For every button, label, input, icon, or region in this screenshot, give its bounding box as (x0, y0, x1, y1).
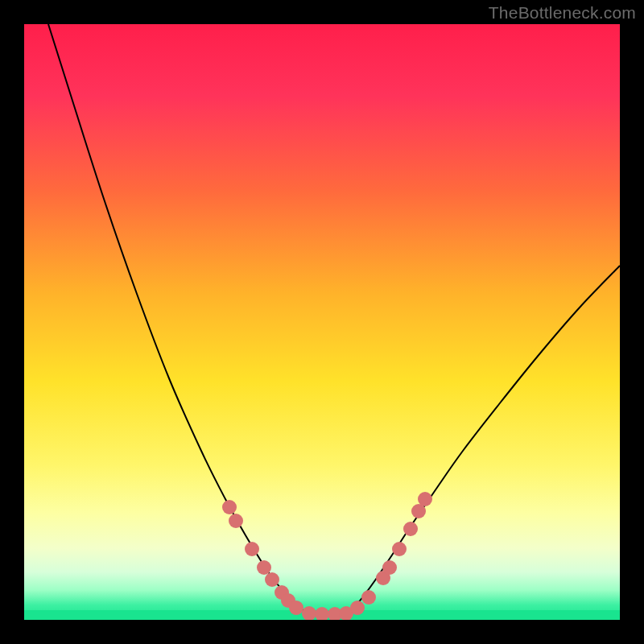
curve-marker (418, 492, 432, 506)
curve-marker (315, 607, 329, 620)
watermark-text: TheBottleneck.com (489, 3, 636, 23)
curve-marker (257, 560, 271, 575)
curve-marker (229, 514, 243, 528)
chart-stage: TheBottleneck.com (0, 0, 644, 644)
curve-marker (265, 572, 279, 587)
curve-marker (245, 542, 259, 556)
plot-area (24, 24, 620, 620)
curve-markers (222, 492, 432, 620)
curve-marker (289, 601, 303, 615)
curve-marker (222, 500, 237, 514)
curve-marker (361, 590, 376, 605)
curve-marker (302, 606, 316, 620)
curve-marker (403, 522, 418, 536)
curve-marker (392, 542, 407, 556)
bottleneck-curve (48, 24, 620, 613)
curve-marker (350, 601, 365, 615)
curve-layer (24, 24, 620, 620)
curve-marker (382, 560, 397, 575)
